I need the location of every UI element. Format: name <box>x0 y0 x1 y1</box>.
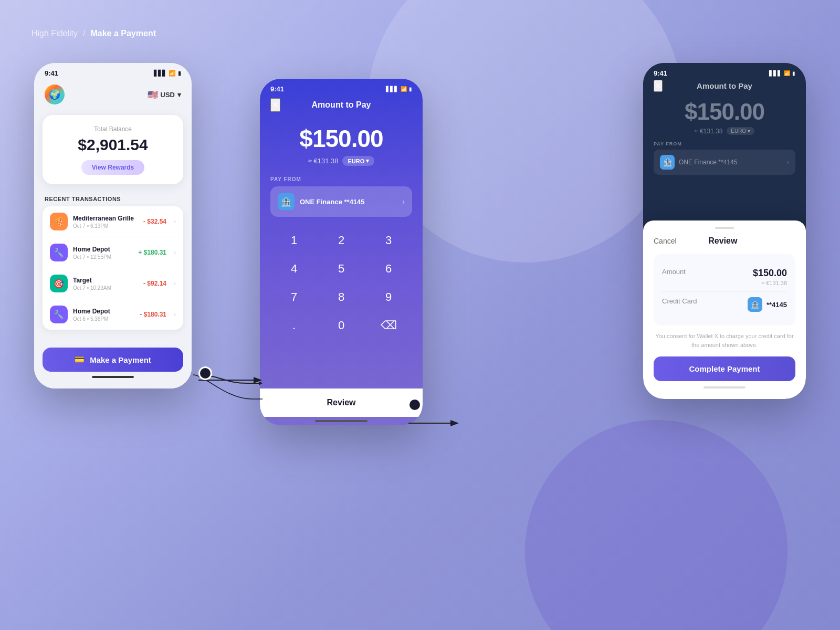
txn-name-3: Target <box>73 277 138 284</box>
make-payment-button[interactable]: 💳 Make a Payment <box>43 348 183 372</box>
review-button[interactable]: Review <box>260 388 423 417</box>
pay-from-chevron-2: › <box>402 197 405 206</box>
battery-icon: ▮ <box>178 70 181 77</box>
numpad-key-4[interactable]: 4 <box>270 255 318 283</box>
balance-card: Total Balance $2,901.54 View Rewards <box>43 115 183 184</box>
numpad-key-6[interactable]: 6 <box>365 255 412 283</box>
review-amount-sub: ≈ €131.38 <box>753 280 787 286</box>
phone3-euro: ≈ €131.38 EURO ▾ <box>654 127 795 135</box>
phone3-header: ✕ Amount to Pay <box>654 81 795 90</box>
transactions-list: 🍕 Mediterranean Grille Oct 7 • 6:13PM - … <box>43 206 183 330</box>
home-indicator-1 <box>92 376 134 378</box>
txn-amount-4: - $180.31 <box>140 311 166 318</box>
review-row-card: Credit Card 🏦 **4145 <box>662 291 787 317</box>
numpad-key-9[interactable]: 9 <box>365 283 412 311</box>
table-row[interactable]: 🔧 Home Depot Oct 6 • 5:36PM - $180.31 › <box>43 299 183 330</box>
txn-details-4: Home Depot Oct 6 • 5:36PM <box>73 308 134 322</box>
amount-value-section: $150.00 ≈ €131.38 <box>753 268 787 286</box>
signal-icon: ▋▋▋ <box>154 70 166 77</box>
numpad-key-5[interactable]: 5 <box>318 255 365 283</box>
bank-icon-3: 🏦 <box>660 155 675 170</box>
make-payment-label: Make a Payment <box>90 355 151 364</box>
txn-date-4: Oct 6 • 5:36PM <box>73 316 134 322</box>
phone2-bottom: Review <box>260 388 423 425</box>
numpad-key-dot[interactable]: . <box>270 311 318 340</box>
credit-card-label: Credit Card <box>662 297 697 305</box>
txn-icon-target: 🎯 <box>50 275 68 292</box>
flow-dot-2 <box>408 398 422 412</box>
review-amount-main: $150.00 <box>753 268 787 279</box>
status-bar-3: 9:41 ▋▋▋ 📶 ▮ <box>654 69 795 81</box>
pay-from-card-2[interactable]: 🏦 ONE Finance **4145 › <box>270 186 412 217</box>
svg-marker-1 <box>453 421 457 425</box>
home-indicator-2 <box>315 420 368 422</box>
sheet-handle <box>715 227 734 229</box>
phone3-euro-approx: ≈ €131.38 <box>695 128 722 135</box>
table-row[interactable]: 🍕 Mediterranean Grille Oct 7 • 6:13PM - … <box>43 206 183 237</box>
txn-icon-homedepot2: 🔧 <box>50 306 68 323</box>
wifi-icon-3: 📶 <box>784 70 790 76</box>
close-button-3[interactable]: ✕ <box>654 80 663 92</box>
phone1-header: 🌍 🇺🇸 USD ▾ <box>34 80 192 111</box>
phone3-pay-from: PAY FROM 🏦 ONE Finance **4145 › <box>654 141 795 175</box>
breadcrumb-current: Make a Payment <box>90 29 156 38</box>
phone3-title: Amount to Pay <box>697 81 752 90</box>
phone3-currency-badge: EURO ▾ <box>727 127 754 135</box>
status-time-3: 9:41 <box>654 69 667 77</box>
complete-payment-button[interactable]: Complete Payment <box>654 356 795 381</box>
phone-amount-screen: 9:41 ▋▋▋ 📶 ▮ ✕ Amount to Pay $150.00 ≈ €… <box>260 79 423 425</box>
review-bank-icon: 🏦 <box>748 297 762 312</box>
signal-icon-3: ▋▋▋ <box>769 70 782 76</box>
status-icons-1: ▋▋▋ 📶 ▮ <box>154 70 181 77</box>
table-row[interactable]: 🎯 Target Oct 7 • 10:23AM - $92.14 › <box>43 268 183 299</box>
numpad-key-7[interactable]: 7 <box>270 283 318 311</box>
card-icon: 💳 <box>75 355 85 364</box>
phone3-amount: $150.00 ≈ €131.38 EURO ▾ <box>654 99 795 135</box>
currency-selector[interactable]: 🇺🇸 USD ▾ <box>148 90 181 100</box>
currency-chevron: ▾ <box>177 91 181 99</box>
flow-dot-1 <box>198 366 212 380</box>
phone3-pay-from-label: PAY FROM <box>654 141 795 146</box>
phone2-title: Amount to Pay <box>312 100 371 110</box>
txn-amount-3: - $92.14 <box>143 280 166 287</box>
consent-text: You consent for Wallet X to charge your … <box>654 332 795 349</box>
phone1-bottom: 💳 Make a Payment <box>34 341 192 388</box>
txn-name-2: Home Depot <box>73 246 133 253</box>
txn-details-3: Target Oct 7 • 10:23AM <box>73 277 138 291</box>
phone-review-screen: 9:41 ▋▋▋ 📶 ▮ ✕ Amount to Pay $150.00 ≈ €… <box>643 63 806 399</box>
currency-badge-chevron: ▾ <box>366 158 369 164</box>
txn-icon-homedepot1: 🔧 <box>50 244 68 261</box>
numpad-key-2[interactable]: 2 <box>318 226 365 255</box>
bank-chevron-3: › <box>787 159 789 166</box>
bottom-sheet: Cancel Review Amount $150.00 ≈ €131.38 C… <box>643 220 806 399</box>
txn-details-2: Home Depot Oct 7 • 12:55PM <box>73 246 133 260</box>
status-bar-1: 9:41 ▋▋▋ 📶 ▮ <box>34 63 192 80</box>
status-icons-3: ▋▋▋ 📶 ▮ <box>769 70 795 76</box>
txn-date-2: Oct 7 • 12:55PM <box>73 254 133 260</box>
numpad-key-backspace[interactable]: ⌫ <box>365 311 412 340</box>
amount-label: Amount <box>662 268 686 276</box>
review-card-info: 🏦 **4145 <box>748 297 787 312</box>
currency-badge-2[interactable]: EURO ▾ <box>342 156 374 166</box>
numpad-key-1[interactable]: 1 <box>270 226 318 255</box>
numpad-key-8[interactable]: 8 <box>318 283 365 311</box>
table-row[interactable]: 🔧 Home Depot Oct 7 • 12:55PM + $180.31 › <box>43 237 183 268</box>
pay-from-name-2: ONE Finance **4145 <box>300 198 397 206</box>
status-bar-2: 9:41 ▋▋▋ 📶 ▮ <box>260 79 423 96</box>
view-rewards-button[interactable]: View Rewards <box>81 160 144 175</box>
battery-icon-2: ▮ <box>409 86 412 92</box>
breadcrumb-parent[interactable]: High Fidelity <box>32 29 78 38</box>
payment-amount-value: $150.00 <box>270 124 412 153</box>
pay-from-label-2: PAY FROM <box>270 176 412 182</box>
numpad-key-0[interactable]: 0 <box>318 311 365 340</box>
close-button-2[interactable]: ✕ <box>270 98 280 112</box>
wifi-icon-2: 📶 <box>401 86 407 92</box>
euro-approx-2: ≈ €131.38 <box>308 157 339 165</box>
numpad-key-3[interactable]: 3 <box>365 226 412 255</box>
cancel-button[interactable]: Cancel <box>654 237 677 245</box>
numpad: 1 2 3 4 5 6 7 8 9 . 0 ⌫ <box>260 221 423 345</box>
payment-amount-euro: ≈ €131.38 EURO ▾ <box>270 156 412 166</box>
txn-name-4: Home Depot <box>73 308 134 315</box>
balance-amount: $2,901.54 <box>53 136 173 154</box>
phone3-bank-name: ONE Finance **4145 <box>679 159 783 166</box>
